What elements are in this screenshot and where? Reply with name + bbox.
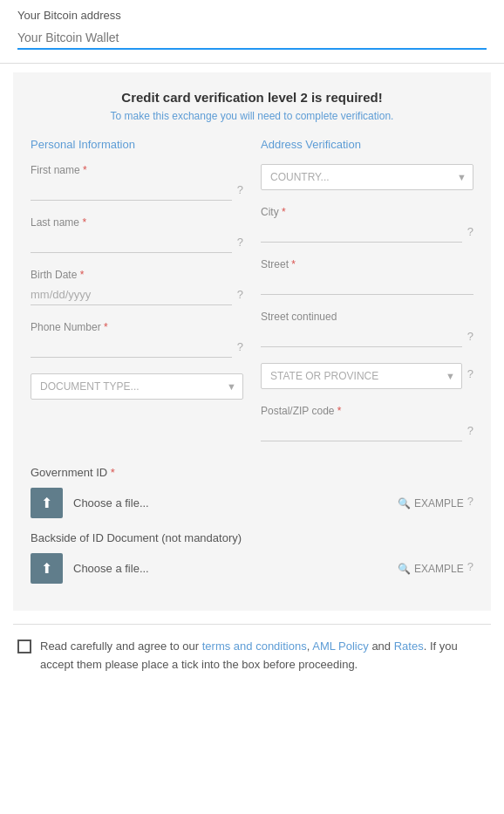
backside-upload-icon: ⬆: [41, 561, 52, 576]
rates-link[interactable]: Rates: [394, 640, 424, 653]
bitcoin-label: Your Bitcoin address: [17, 9, 487, 22]
street-continued-help-icon[interactable]: ?: [467, 330, 473, 343]
agreement-section: Read carefully and agree to our terms an…: [13, 624, 491, 687]
upload-icon: ⬆: [41, 496, 52, 510]
backside-example-link[interactable]: EXAMPLE: [414, 563, 464, 575]
street-input[interactable]: [261, 274, 473, 295]
backside-help-icon[interactable]: ?: [467, 560, 473, 573]
backside-upload-button[interactable]: ⬆: [31, 553, 63, 584]
verification-box: Credit card verification level 2 is requ…: [13, 72, 491, 611]
city-input[interactable]: [261, 222, 462, 243]
first-name-label: First name *: [31, 164, 232, 176]
phone-help-icon[interactable]: ?: [237, 340, 243, 353]
city-help-icon[interactable]: ?: [467, 225, 473, 238]
personal-info-column: Personal Information First name * ? Last…: [31, 138, 243, 457]
birth-date-label: Birth Date *: [31, 269, 232, 281]
state-select[interactable]: STATE OR PROVINCE: [261, 363, 462, 389]
backside-example-section: 🔍 EXAMPLE ?: [398, 560, 473, 578]
government-id-label: Government ID *: [31, 466, 473, 479]
government-id-help-icon[interactable]: ?: [467, 495, 473, 508]
government-id-section: Government ID * ⬆ Choose a file... 🔍 EXA…: [31, 466, 473, 518]
street-continued-label: Street continued: [261, 311, 462, 323]
city-label: City *: [261, 206, 462, 218]
last-name-label: Last name *: [31, 216, 232, 229]
country-wrapper: COUNTRY... ▼: [261, 164, 473, 190]
street-continued-input[interactable]: [261, 326, 462, 347]
first-name-input[interactable]: [31, 180, 232, 201]
city-group: City * ?: [261, 206, 473, 243]
state-wrapper: STATE OR PROVINCE ▼: [261, 363, 462, 389]
street-label: Street *: [261, 258, 473, 270]
birth-date-help-icon[interactable]: ?: [237, 288, 243, 301]
phone-label: Phone Number *: [31, 321, 232, 333]
state-row: STATE OR PROVINCE ▼ ?: [261, 363, 473, 389]
postal-input[interactable]: [261, 421, 462, 441]
state-help-icon[interactable]: ?: [467, 367, 473, 380]
phone-input[interactable]: [31, 337, 232, 358]
country-group: COUNTRY... ▼: [261, 164, 473, 190]
agreement-checkbox[interactable]: [17, 640, 31, 653]
backside-label: Backside of ID Document (not mandatory): [31, 531, 473, 544]
phone-group: Phone Number * ?: [31, 321, 243, 358]
address-column: Address Verification COUNTRY... ▼ City *: [261, 138, 473, 457]
backside-section: Backside of ID Document (not mandatory) …: [31, 531, 473, 584]
first-name-group: First name * ?: [31, 164, 243, 201]
last-name-input[interactable]: [31, 232, 232, 253]
backside-choose-file-text: Choose a file...: [73, 562, 149, 575]
street-group: Street *: [261, 258, 473, 295]
birth-date-input[interactable]: [31, 284, 232, 305]
bitcoin-input[interactable]: [17, 27, 487, 50]
last-name-help-icon[interactable]: ?: [237, 236, 243, 249]
postal-label: Postal/ZIP code *: [261, 405, 462, 417]
first-name-help-icon[interactable]: ?: [237, 183, 243, 196]
government-id-search-icon: 🔍: [398, 497, 411, 510]
bitcoin-section: Your Bitcoin address: [0, 0, 504, 64]
agreement-text: Read carefully and agree to our terms an…: [40, 638, 487, 674]
document-type-select[interactable]: DOCUMENT TYPE...: [31, 373, 243, 400]
street-continued-group: Street continued ?: [261, 311, 473, 347]
document-type-group: DOCUMENT TYPE... ▼: [31, 373, 243, 400]
document-type-wrapper: DOCUMENT TYPE... ▼: [31, 373, 243, 400]
last-name-group: Last name * ?: [31, 216, 243, 253]
postal-help-icon[interactable]: ?: [467, 424, 473, 437]
government-id-example-section: 🔍 EXAMPLE ?: [398, 495, 473, 512]
personal-section-label: Personal Information: [31, 138, 243, 151]
terms-link[interactable]: terms and conditions: [202, 640, 307, 653]
backside-search-icon: 🔍: [398, 563, 411, 575]
agreement-row: Read carefully and agree to our terms an…: [17, 638, 487, 674]
government-id-choose-file-text: Choose a file...: [73, 496, 149, 510]
agreement-checkbox-wrapper: [17, 640, 31, 656]
address-section-label: Address Verification: [261, 138, 473, 151]
state-group: STATE OR PROVINCE ▼ ?: [261, 363, 473, 389]
government-id-upload-button[interactable]: ⬆: [31, 488, 63, 518]
backside-file-row: ⬆ Choose a file... 🔍 EXAMPLE ?: [31, 553, 473, 584]
government-id-file-row: ⬆ Choose a file... 🔍 EXAMPLE ?: [31, 488, 473, 518]
postal-group: Postal/ZIP code * ?: [261, 405, 473, 441]
verification-subtitle: To make this exchange you will need to c…: [31, 110, 473, 122]
aml-policy-link[interactable]: AML Policy: [312, 640, 369, 653]
birth-date-group: Birth Date * ?: [31, 269, 243, 305]
two-col-layout: Personal Information First name * ? Last…: [31, 138, 473, 457]
country-select[interactable]: COUNTRY...: [261, 164, 473, 190]
verification-title: Credit card verification level 2 is requ…: [31, 90, 473, 105]
government-id-example-link[interactable]: EXAMPLE: [414, 497, 464, 510]
